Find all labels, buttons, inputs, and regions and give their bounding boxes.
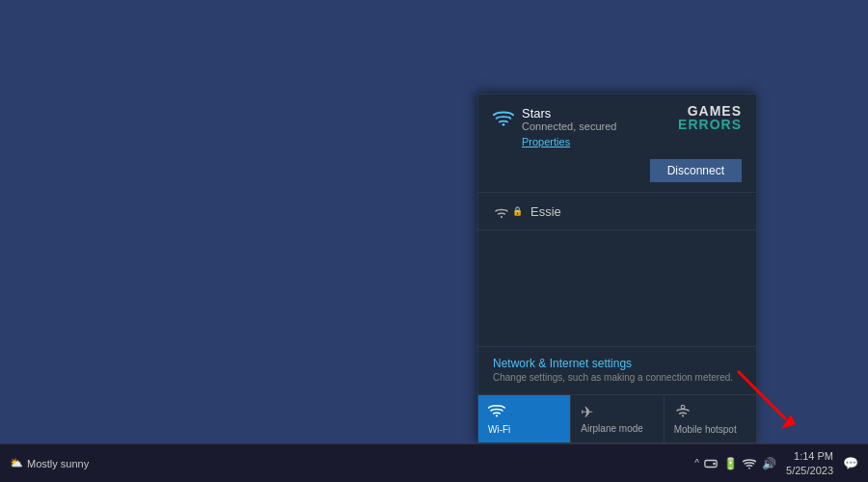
svg-point-9	[748, 467, 750, 469]
arrow-annotation	[728, 362, 805, 439]
svg-point-4	[681, 405, 685, 409]
taskbar-right: ^ 🔋 🔊	[694, 449, 868, 477]
svg-line-5	[738, 371, 786, 419]
other-network-name: Essie	[530, 204, 561, 219]
svg-point-3	[682, 415, 684, 416]
network-panel-empty	[478, 230, 756, 346]
date-display: 5/25/2023	[786, 464, 833, 477]
wifi-locked-icon: 🔒	[493, 202, 523, 220]
brand-games-text: GAMES	[678, 104, 742, 118]
svg-point-1	[501, 216, 502, 218]
brand-errors-text: ERRORS	[678, 118, 742, 131]
taskbar: ⛅ Mostly sunny ^ 🔋	[0, 443, 868, 482]
taskbar-weather: ⛅ Mostly sunny	[10, 457, 89, 469]
svg-point-8	[713, 462, 716, 465]
airplane-tile-label: Airplane mode	[581, 423, 642, 434]
taskbar-time[interactable]: 1:14 PM 5/25/2023	[782, 449, 837, 477]
network-settings-link[interactable]: Network & Internet settings	[493, 357, 742, 370]
volume-icon[interactable]: 🔊	[761, 456, 776, 471]
battery-icon: 🔋	[722, 456, 738, 471]
lock-icon: 🔒	[512, 206, 523, 216]
connected-network-item: Stars Connected, secured Properties GAME…	[478, 94, 756, 193]
taskbar-left: ⛅ Mostly sunny	[0, 457, 694, 469]
chat-icon[interactable]: 💬	[843, 456, 858, 471]
airplane-quick-tile[interactable]: ✈ Airplane mode	[571, 395, 664, 442]
brand-logo: GAMES ERRORS	[678, 104, 742, 131]
network-panel-footer: Network & Internet settings Change setti…	[478, 346, 756, 394]
chevron-icon[interactable]: ^	[694, 458, 699, 469]
properties-link[interactable]: Properties	[522, 136, 570, 147]
svg-point-2	[496, 415, 498, 416]
other-network-item[interactable]: 🔒 Essie	[478, 193, 756, 230]
system-tray-icons: ^ 🔋 🔊	[694, 456, 776, 471]
airplane-tile-icon: ✈	[581, 403, 593, 421]
time-display: 1:14 PM	[794, 449, 833, 463]
svg-point-0	[502, 123, 505, 126]
disconnect-button[interactable]: Disconnect	[650, 159, 742, 182]
hotspot-tile-icon	[674, 403, 692, 422]
wifi-connected-icon	[493, 108, 514, 132]
wifi-tray-icon[interactable]	[742, 456, 757, 471]
hd-icon	[703, 456, 719, 471]
hotspot-tile-label: Mobile hotspot	[674, 424, 737, 435]
wifi-quick-tile[interactable]: Wi-Fi	[478, 395, 571, 442]
weather-icon: ⛅	[10, 457, 23, 469]
wifi-tile-icon	[488, 403, 505, 422]
network-panel: Stars Connected, secured Properties GAME…	[477, 94, 757, 443]
desktop: Stars Connected, secured Properties GAME…	[0, 0, 868, 482]
wifi-tile-label: Wi-Fi	[488, 424, 510, 435]
quick-actions: Wi-Fi ✈ Airplane mode Mobile hotspot	[478, 394, 756, 442]
weather-text: Mostly sunny	[27, 458, 89, 469]
network-settings-desc: Change settings, such as making a connec…	[493, 372, 742, 383]
